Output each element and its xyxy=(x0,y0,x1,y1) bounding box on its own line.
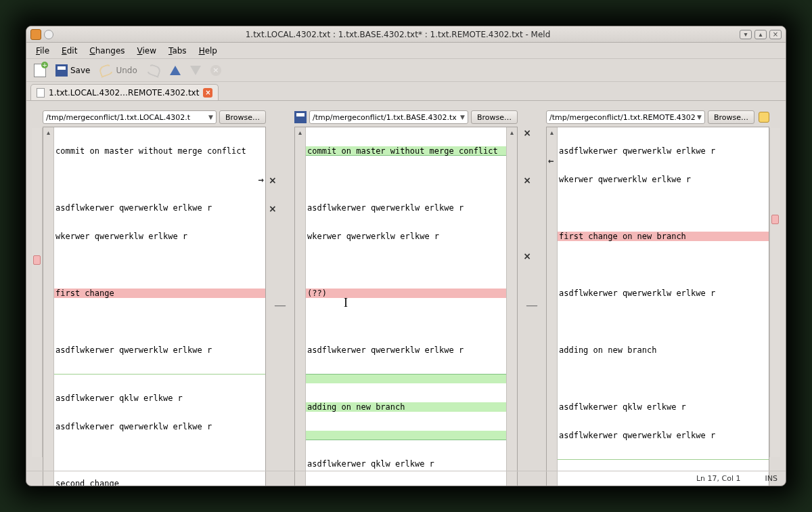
undo-icon xyxy=(98,63,114,78)
path-remote-input[interactable]: /tmp/mergeconflict/1.txt.REMOTE.4302▼ xyxy=(546,110,705,124)
redo-button[interactable] xyxy=(143,62,164,79)
modified-floppy-icon xyxy=(294,111,307,123)
path-base-input[interactable]: /tmp/mergeconflict/1.txt.BASE.4302.tx▼ xyxy=(309,110,468,124)
code-line xyxy=(558,203,769,213)
push-left-icon[interactable]: ← xyxy=(548,156,554,165)
code-line xyxy=(306,431,506,440)
menu-view[interactable]: View xyxy=(132,45,162,57)
code-line: asdflwkerwer qklw erlkwe r xyxy=(558,402,769,412)
code-line xyxy=(54,260,265,270)
path-local-input[interactable]: /tmp/mergeconflict/1.txt.LOCAL.4302.t▼ xyxy=(43,110,217,124)
titlebar: 1.txt.LOCAL.4302.txt : 1.txt.BASE.4302.t… xyxy=(26,26,786,43)
window-menu-icon[interactable] xyxy=(44,30,53,39)
code-line: asdflwkerwer qwerwerklw erlkwe r xyxy=(558,146,769,156)
delete-chunk-icon[interactable]: × xyxy=(523,251,531,261)
linkmap-right: × × × — xyxy=(518,128,546,457)
save-button[interactable]: Save xyxy=(52,62,93,79)
tab-comparison[interactable]: 1.txt.LOCAL.4302…REMOTE.4302.txt × xyxy=(30,84,219,100)
code-line: asdflwkerwer qwerwerklw erlkwe r xyxy=(558,431,769,440)
collapse-icon[interactable]: — xyxy=(274,297,286,312)
tab-label: 1.txt.LOCAL.4302…REMOTE.4302.txt xyxy=(49,88,199,98)
close-window-button[interactable]: × xyxy=(769,30,782,39)
new-doc-icon xyxy=(34,64,46,77)
browse-remote-button[interactable]: Browse… xyxy=(708,110,754,124)
code-line xyxy=(558,317,769,326)
next-change-button[interactable] xyxy=(187,62,204,79)
window-title: 1.txt.LOCAL.4302.txt : 1.txt.BASE.4302.t… xyxy=(56,30,740,39)
code-line: asdflwkerwer qwerwerklw erlkwe r xyxy=(306,203,506,213)
undo-button[interactable]: Undo xyxy=(96,62,140,79)
code-line xyxy=(54,317,265,326)
stop-icon: × xyxy=(210,65,221,76)
code-line xyxy=(306,374,506,383)
editor-base[interactable]: ▴ commit on master without merge conflic… xyxy=(294,127,518,486)
code-line xyxy=(306,260,506,270)
browse-base-button[interactable]: Browse… xyxy=(471,110,518,124)
code-line: adding on new branch xyxy=(306,402,506,412)
collapse-icon[interactable]: — xyxy=(526,297,538,312)
menu-tabs[interactable]: Tabs xyxy=(163,45,192,57)
menubar: File Edit Changes View Tabs Help xyxy=(26,43,786,59)
insert-mode: INS xyxy=(765,474,777,483)
code-line: asdflwkerwer qwerwerklw erlkwe r xyxy=(306,345,506,355)
code-line: wkerwer qwerwerklw erlkwe r xyxy=(54,232,265,241)
code-line: commit on master without merge conflict xyxy=(54,146,265,156)
overview-strip-right[interactable] xyxy=(769,128,780,457)
cursor-position: Ln 17, Col 1 xyxy=(696,474,741,483)
app-window: 1.txt.LOCAL.4302.txt : 1.txt.BASE.4302.t… xyxy=(26,26,786,486)
code-line: first change on new branch xyxy=(558,232,769,241)
delete-chunk-icon[interactable]: × xyxy=(269,204,277,213)
code-line: asdflwkerwer qwerwerklw erlkwe r xyxy=(54,422,265,431)
workarea: /tmp/mergeconflict/1.txt.LOCAL.4302.t▼ B… xyxy=(26,106,786,471)
code-line: adding on new branch xyxy=(558,345,769,355)
code-line: wkerwer qwerwerklw erlkwe r xyxy=(306,232,506,241)
overview-strip-left[interactable] xyxy=(32,128,43,457)
push-right-icon[interactable]: → xyxy=(258,175,264,184)
tabbar: 1.txt.LOCAL.4302…REMOTE.4302.txt × xyxy=(26,82,786,101)
code-line: asdflwkerwer qklw erlkwe r xyxy=(54,393,265,403)
code-line xyxy=(54,450,265,460)
floppy-icon xyxy=(55,64,68,77)
statusbar: Ln 17, Col 1 INS xyxy=(26,471,786,486)
scroll-up-base[interactable]: ▴ xyxy=(295,127,306,486)
code-line: first change xyxy=(54,289,265,298)
code-line xyxy=(306,317,506,326)
code-line xyxy=(558,374,769,383)
arrow-down-icon xyxy=(190,66,201,75)
arrow-up-icon xyxy=(170,66,181,75)
menu-changes[interactable]: Changes xyxy=(84,45,130,57)
code-line: asdflwkerwer qwerwerklw erlkwe r xyxy=(54,345,265,355)
minimize-button[interactable]: ▾ xyxy=(740,30,752,39)
toolbar: Save Undo × xyxy=(26,59,786,82)
scroll-up-base-right[interactable]: ▴ xyxy=(506,127,517,486)
doc-icon xyxy=(37,88,45,98)
new-comparison-button[interactable] xyxy=(30,62,49,79)
lock-icon[interactable] xyxy=(759,112,769,123)
code-line: (??) xyxy=(306,289,506,298)
pane-remote: /tmp/mergeconflict/1.txt.REMOTE.4302▼ Br… xyxy=(546,110,769,468)
delete-chunk-icon[interactable]: × xyxy=(523,128,531,137)
menu-help[interactable]: Help xyxy=(194,45,223,57)
stop-button[interactable]: × xyxy=(207,62,225,79)
tab-close-button[interactable]: × xyxy=(203,88,212,98)
scroll-up-remote[interactable]: ▴ xyxy=(547,127,558,486)
code-line xyxy=(54,175,265,184)
maximize-button[interactable]: ▴ xyxy=(754,30,767,39)
editor-remote[interactable]: ▴ asdflwkerwer qwerwerklw erlkwe r wkerw… xyxy=(546,127,769,486)
code-line xyxy=(306,175,506,184)
code-line: asdflwkerwer qwerwerklw erlkwe r xyxy=(54,203,265,213)
browse-local-button[interactable]: Browse… xyxy=(219,110,266,124)
redo-icon xyxy=(145,63,162,78)
linkmap-left: × × — xyxy=(266,128,294,457)
menu-edit[interactable]: Edit xyxy=(56,45,83,57)
code-line: wkerwer qwerwerklw erlkwe r xyxy=(558,175,769,184)
prev-change-button[interactable] xyxy=(166,62,184,79)
delete-chunk-icon[interactable]: × xyxy=(523,175,531,185)
delete-chunk-icon[interactable]: × xyxy=(269,175,277,185)
pane-local: /tmp/mergeconflict/1.txt.LOCAL.4302.t▼ B… xyxy=(43,110,266,468)
code-line: asdflwkerwer qklw erlkwe r xyxy=(306,459,506,469)
editor-local[interactable]: ▴ commit on master without merge conflic… xyxy=(43,127,266,486)
code-line xyxy=(558,260,769,270)
scroll-up-local[interactable]: ▴ xyxy=(43,127,54,486)
menu-file[interactable]: File xyxy=(30,45,55,57)
